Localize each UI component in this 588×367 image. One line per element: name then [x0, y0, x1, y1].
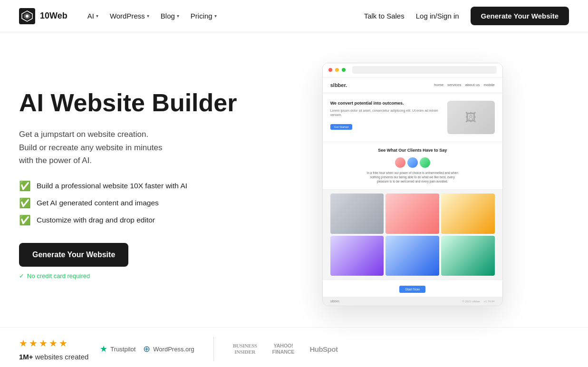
feature-item-1: ✅ Build a professional website 10X faste… [19, 180, 237, 192]
mockup-navbar: slbber. home services about us mobile [323, 77, 502, 93]
mockup-hero-image: 🖼 [447, 101, 495, 134]
mockup-testimonial-section: See What Our Clients Have to Say In a fr… [323, 142, 502, 190]
partner-hubspot: HubSpot [309, 345, 337, 353]
logo-icon [19, 8, 35, 24]
chevron-down-icon: ▾ [96, 13, 98, 19]
website-mockup: slbber. home services about us mobile We… [322, 63, 503, 306]
login-link[interactable]: Log in/Sign in [416, 12, 459, 20]
gallery-item-4 [330, 236, 384, 276]
mockup-hero-text: We convert potential into outcomes. Lore… [330, 101, 443, 134]
star-4: ★ [49, 338, 58, 349]
trustpilot-icon: ★ [100, 344, 107, 354]
rating-block: ★ ★ ★ ★ ★ 1M+ websites created [19, 338, 88, 361]
mockup-cta: Start Now [323, 280, 502, 297]
mockup-footer-logo: slbber. [330, 299, 340, 303]
nav-right: Talk to Sales Log in/Sign in Generate Yo… [364, 7, 569, 25]
gallery-item-5 [386, 236, 439, 276]
star-1: ★ [19, 338, 28, 349]
mockup-testimonial: In a free hour when our power of choice … [330, 157, 495, 184]
hero-title: AI Website Builder [19, 89, 237, 116]
wordpress-badge: ⊕ WordPress.org [143, 344, 194, 354]
trustpilot-badge: ★ Trustpilot [100, 344, 135, 354]
nav-item-pricing[interactable]: Pricing ▾ [186, 9, 222, 23]
browser-url-bar [352, 66, 497, 74]
star-3: ★ [39, 338, 48, 349]
talk-to-sales-link[interactable]: Talk to Sales [364, 12, 405, 20]
browser-dot-red [328, 68, 332, 72]
chevron-down-icon: ▾ [147, 13, 149, 19]
nav-item-ai[interactable]: AI ▾ [83, 9, 103, 23]
check-icon: ✅ [19, 180, 31, 192]
gallery-item-2 [386, 193, 439, 234]
mockup-footer: slbber. © 2021 slbber. +1 74 84 [323, 297, 502, 306]
logo[interactable]: 10Web [19, 8, 67, 24]
mockup-nav-links: home services about us mobile [434, 83, 495, 87]
hero-subtitle: Get a jumpstart on website creation. Bui… [19, 128, 237, 167]
nav-menu: AI ▾ WordPress ▾ Blog ▾ Pricing ▾ [83, 9, 222, 23]
hero-left: AI Website Builder Get a jumpstart on we… [19, 89, 237, 280]
gallery-item-3 [441, 193, 495, 234]
wordpress-icon: ⊕ [143, 344, 150, 354]
mockup-gallery [323, 190, 502, 280]
svg-point-1 [26, 15, 29, 18]
navbar: 10Web AI ▾ WordPress ▾ Blog ▾ Pricing ▾ … [0, 0, 588, 32]
nav-item-wordpress[interactable]: WordPress ▾ [105, 9, 154, 23]
divider [213, 337, 214, 361]
gallery-item-6 [441, 236, 495, 276]
chevron-down-icon: ▾ [177, 13, 179, 19]
mockup-avatars [330, 157, 495, 168]
feature-item-2: ✅ Get AI generated content and images [19, 197, 237, 209]
avatar-2 [407, 157, 418, 168]
browser-dot-green [342, 68, 346, 72]
brand-name: 10Web [40, 11, 67, 21]
hero-features-list: ✅ Build a professional website 10X faste… [19, 180, 237, 226]
check-icon: ✅ [19, 214, 31, 226]
hero-section: AI Website Builder Get a jumpstart on we… [0, 32, 588, 327]
trust-section: ★ ★ ★ ★ ★ 1M+ websites created ★ Trustpi… [0, 327, 588, 367]
hero-generate-button[interactable]: Generate Your Website [19, 243, 128, 267]
star-rating: ★ ★ ★ ★ ★ [19, 338, 88, 349]
chevron-down-icon: ▾ [214, 13, 217, 19]
nav-left: 10Web AI ▾ WordPress ▾ Blog ▾ Pricing ▾ [19, 8, 222, 24]
browser-bar [323, 63, 502, 77]
avatar-3 [420, 157, 430, 168]
no-credit-card-notice: No credit card required [19, 272, 237, 280]
mockup-hero-section: We convert potential into outcomes. Lore… [323, 93, 502, 142]
feature-item-3: ✅ Customize with drag and drop editor [19, 214, 237, 226]
nav-generate-button[interactable]: Generate Your Website [471, 7, 569, 25]
avatar-1 [395, 157, 405, 168]
browser-dot-yellow [335, 68, 339, 72]
mockup-footer-links: © 2021 slbber. +1 74 84 [462, 300, 494, 303]
partner-business-insider: BUSINESSINSIDER [233, 343, 257, 355]
gallery-item-1 [330, 193, 384, 234]
websites-count: 1M+ websites created [19, 353, 88, 361]
nav-item-blog[interactable]: Blog ▾ [156, 9, 184, 23]
trust-badges: ★ Trustpilot ⊕ WordPress.org [100, 344, 194, 354]
partner-logos: BUSINESSINSIDER YAHOO!FINANCE HubSpot [233, 343, 338, 355]
star-5: ★ [59, 338, 67, 349]
image-placeholder-icon: 🖼 [465, 111, 477, 124]
mockup-logo: slbber. [330, 82, 347, 88]
partner-yahoo-finance: YAHOO!FINANCE [272, 343, 295, 355]
check-icon: ✅ [19, 197, 31, 209]
star-2: ★ [29, 338, 38, 349]
hero-right: slbber. home services about us mobile We… [237, 63, 569, 306]
